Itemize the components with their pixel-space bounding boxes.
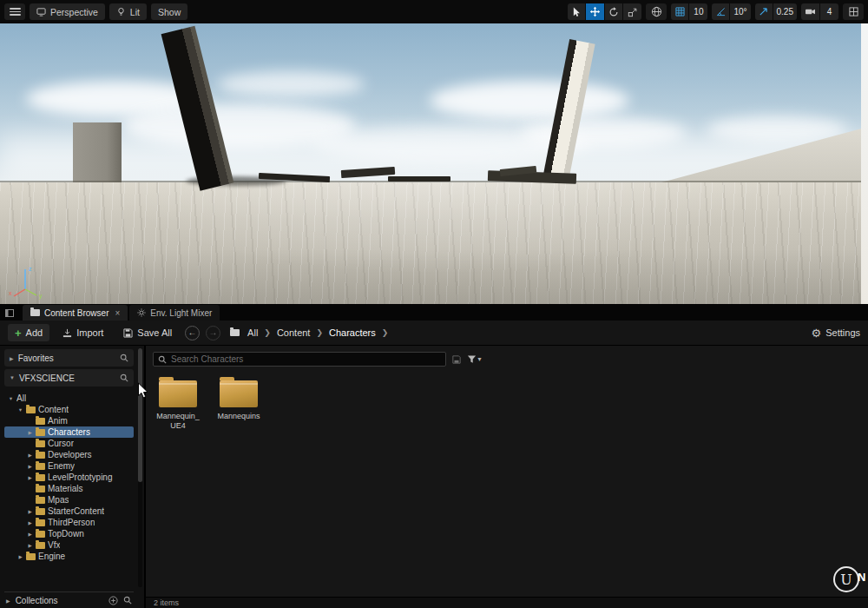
tree-item-mpas[interactable]: Mpas: [4, 494, 134, 506]
chevron-down-icon[interactable]: ▼: [17, 407, 23, 413]
scale-snap-toggle[interactable]: [755, 3, 773, 20]
scrollbar-thumb[interactable]: [138, 348, 142, 482]
search-input[interactable]: [171, 354, 441, 364]
grid-snap-toggle[interactable]: [671, 3, 689, 20]
tree-item-thirdperson[interactable]: ▶ThirdPerson: [4, 517, 134, 528]
tree-item-label: Materials: [48, 484, 83, 493]
tree-item-materials[interactable]: Materials: [4, 483, 134, 494]
rotation-snap-value: 10°: [733, 7, 746, 17]
favorites-search-button[interactable]: [120, 354, 128, 362]
show-label: Show: [158, 7, 181, 17]
tree-item-content[interactable]: ▼Content: [4, 404, 134, 415]
chevron-right-icon[interactable]: ▶: [27, 453, 33, 458]
source-search-button[interactable]: [120, 373, 128, 382]
tree-item-label: Vfx: [48, 540, 60, 550]
add-collection-button[interactable]: [108, 596, 118, 605]
tree-item-topdown[interactable]: ▶TopDown: [4, 528, 134, 539]
folder-icon: [26, 553, 36, 560]
rotation-snap-value-button[interactable]: 10°: [730, 3, 750, 20]
camera-speed-value-button[interactable]: 4: [820, 3, 838, 20]
folder-icon: [36, 508, 45, 515]
camera-speed-group: 4: [801, 3, 838, 20]
collections-footer[interactable]: ▶ Collections: [4, 591, 134, 608]
scale-snap-value-button[interactable]: 0.25: [773, 3, 797, 20]
world-coordinate-button[interactable]: [646, 3, 667, 20]
chevron-right-icon[interactable]: ▶: [27, 464, 33, 469]
tree-item-characters[interactable]: ▶Characters: [4, 426, 134, 438]
debris: [388, 176, 450, 182]
perspective-button[interactable]: Perspective: [30, 3, 105, 20]
tree-item-enemy[interactable]: ▶Enemy: [4, 460, 134, 472]
breadcrumb-content[interactable]: Content: [277, 327, 311, 338]
import-button[interactable]: Import: [56, 324, 110, 341]
move-tool-button[interactable]: [586, 3, 605, 20]
plus-circle-icon: [108, 596, 118, 605]
folder-asset-mannequin_ue4[interactable]: Mannequin_UE4: [155, 380, 201, 431]
tree-item-startercontent[interactable]: ▶StarterContent: [4, 506, 134, 517]
svg-text:y: y: [39, 293, 43, 300]
tree-item-developers[interactable]: ▶Developers: [4, 449, 134, 460]
tree-item-label: StarterContent: [48, 506, 104, 516]
folder-icon: [26, 406, 36, 413]
tree-item-label: All: [16, 393, 26, 403]
tree-item-label: Enemy: [48, 461, 75, 471]
chevron-right-icon[interactable]: ▶: [27, 430, 33, 435]
settings-button[interactable]: ⚙ Settings: [812, 327, 860, 339]
folder-icon: [36, 463, 45, 470]
settings-label: Settings: [825, 327, 860, 338]
tree-item-cursor[interactable]: Cursor: [4, 438, 134, 449]
tree-item-label: LevelPrototyping: [48, 473, 113, 482]
breadcrumb-characters[interactable]: Characters: [329, 327, 376, 338]
folder-icon: [36, 418, 45, 425]
collections-search-button[interactable]: [123, 596, 132, 605]
chevron-right-icon[interactable]: ▶: [27, 543, 33, 548]
viewport-3d[interactable]: z x y: [0, 23, 868, 304]
perspective-label: Perspective: [50, 7, 98, 17]
breadcrumb-folder-icon: [230, 329, 240, 336]
breadcrumb-all[interactable]: All: [247, 327, 258, 338]
filter-button[interactable]: ▼: [467, 354, 483, 364]
scale-tool-button[interactable]: [623, 3, 641, 20]
chevron-right-icon[interactable]: ▶: [27, 532, 33, 537]
tree-item-engine[interactable]: ▶Engine: [4, 551, 134, 562]
show-flags-button[interactable]: Show: [151, 3, 187, 20]
grid-snap-group: 10: [671, 3, 707, 20]
tree-item-levelprototyping[interactable]: ▶LevelPrototyping: [4, 472, 134, 483]
tree-item-anim[interactable]: Anim: [4, 415, 134, 426]
tree-item-vfx[interactable]: ▶Vfx: [4, 539, 134, 551]
camera-speed-toggle[interactable]: [801, 3, 820, 20]
back-button[interactable]: ←: [185, 326, 200, 340]
chevron-down-icon[interactable]: ▼: [8, 396, 14, 401]
select-tool-button[interactable]: [568, 3, 586, 20]
tree-item-label: Developers: [48, 450, 92, 459]
viewport-toolbar-right: 10 10° 0.25: [568, 3, 864, 20]
chevron-right-icon[interactable]: ▶: [27, 520, 33, 525]
close-tab-icon[interactable]: ×: [115, 308, 120, 318]
main-menu-button[interactable]: [4, 3, 25, 20]
chevron-right-icon[interactable]: ▶: [17, 554, 23, 559]
asset-search-box[interactable]: [153, 352, 446, 367]
rotation-snap-toggle[interactable]: [712, 3, 730, 20]
chevron-right-icon[interactable]: ▶: [27, 509, 33, 514]
favorites-header[interactable]: ▶ Favorites: [4, 349, 134, 367]
tab-drawer-icon[interactable]: [5, 309, 14, 317]
source-header[interactable]: ▼ VFXSCIENCE: [4, 369, 134, 387]
forward-button[interactable]: →: [206, 326, 220, 340]
tree-item-all[interactable]: ▼All: [4, 393, 134, 404]
rotate-tool-button[interactable]: [605, 3, 623, 20]
folder-asset-mannequins[interactable]: Mannequins: [215, 380, 262, 431]
chevron-right-icon[interactable]: ▶: [27, 475, 33, 480]
bright-wall-edge: [861, 23, 868, 304]
lit-mode-button[interactable]: Lit: [109, 3, 147, 20]
save-all-button[interactable]: Save All: [116, 324, 179, 341]
tab-env-light-mixer[interactable]: Env. Light Mixer: [129, 305, 220, 321]
content-browser-tab-icon: [30, 309, 40, 316]
grid-snap-value-button[interactable]: 10: [689, 3, 707, 20]
tab-content-browser[interactable]: Content Browser ×: [23, 305, 128, 321]
maximize-viewport-button[interactable]: [843, 3, 864, 20]
chevron-down-icon: ▼: [477, 356, 483, 362]
unreal-engine-logo: U: [832, 565, 860, 593]
search-icon: [158, 355, 167, 364]
save-search-button[interactable]: [452, 355, 461, 364]
add-button[interactable]: + Add: [8, 324, 49, 341]
